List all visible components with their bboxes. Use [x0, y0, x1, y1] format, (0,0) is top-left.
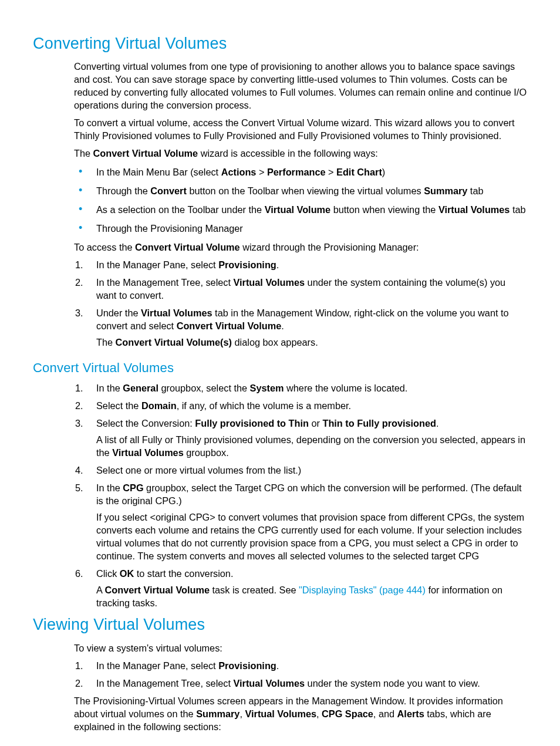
- text-bold: Performance: [267, 167, 326, 177]
- text: In the Manager Pane, select: [96, 660, 218, 671]
- text: Through the: [96, 185, 150, 196]
- text: Click: [96, 568, 120, 579]
- list-item: In the CPG groupbox, select the Target C…: [74, 481, 527, 562]
- text: The: [74, 148, 93, 158]
- list-item: In the General groupbox, select the Syst…: [74, 382, 527, 394]
- text: button on the Toolbar when viewing the v…: [187, 185, 424, 196]
- text: Select the: [96, 400, 141, 411]
- text-bold: Provisioning: [218, 660, 276, 671]
- text-bold: Virtual Volumes: [234, 678, 305, 688]
- text-bold: Convert Virtual Volume: [177, 320, 282, 331]
- text: In the Main Menu Bar (select: [96, 167, 221, 177]
- text-bold: Convert Virtual Volume: [104, 585, 210, 595]
- text: dialog box appears.: [232, 337, 318, 347]
- text: >: [256, 167, 267, 177]
- paragraph: The Convert Virtual Volume(s) dialog box…: [96, 336, 527, 349]
- list-item: Select the Domain, if any, of which the …: [74, 399, 527, 412]
- text-bold: Summary: [424, 185, 467, 196]
- list-item: As a selection on the Toolbar under the …: [74, 203, 527, 216]
- list-item: In the Main Menu Bar (select Actions > P…: [74, 166, 527, 178]
- text-bold: General: [123, 383, 158, 393]
- paragraph: A list of all Fully or Thinly provisione…: [96, 433, 527, 459]
- text: As a selection on the Toolbar under the: [96, 204, 265, 215]
- text-bold: System: [250, 383, 284, 393]
- paragraph: A Convert Virtual Volume task is created…: [96, 583, 527, 609]
- heading-converting-virtual-volumes: Converting Virtual Volumes: [33, 33, 527, 54]
- list-item: Select the Conversion: Fully provisioned…: [74, 417, 527, 459]
- text-bold: Provisioning: [218, 259, 276, 270]
- text-bold: Virtual Volumes: [245, 708, 316, 719]
- text-bold: Virtual Volumes: [438, 204, 510, 215]
- text: wizard through the Provisioning Manager:: [240, 242, 419, 252]
- text: task is created. See: [210, 585, 299, 595]
- text: groupbox.: [184, 447, 229, 458]
- list-item: Under the Virtual Volumes tab in the Man…: [74, 306, 527, 349]
- text: In the: [96, 383, 123, 393]
- text-bold: Thin to Fully provisioned: [322, 418, 436, 428]
- list-item: In the Management Tree, select Virtual V…: [74, 276, 527, 302]
- paragraph: To access the Convert Virtual Volume wiz…: [74, 241, 527, 254]
- list-item: In the Manager Pane, select Provisioning…: [74, 659, 527, 672]
- list-item: Through the Convert button on the Toolba…: [74, 184, 527, 197]
- text-bold: Fully provisioned to Thin: [195, 418, 309, 428]
- paragraph: To view a system's virtual volumes:: [74, 642, 527, 654]
- list-item: In the Manager Pane, select Provisioning…: [74, 258, 527, 271]
- link-displaying-tasks[interactable]: "Displaying Tasks" (page 444): [299, 585, 426, 595]
- text: .: [436, 418, 439, 428]
- list-item: Select one or more virtual volumes from …: [74, 464, 527, 477]
- paragraph: If you select <original CPG> to convert …: [96, 511, 527, 562]
- text: groupbox, select the: [158, 383, 250, 393]
- text-bold: Virtual Volume: [265, 204, 331, 215]
- text: The: [96, 337, 116, 347]
- bullet-list: In the Main Menu Bar (select Actions > P…: [74, 166, 527, 235]
- text: >: [326, 167, 337, 177]
- paragraph: The Convert Virtual Volume wizard is acc…: [74, 147, 527, 160]
- text: tab: [510, 204, 525, 215]
- text: wizard is accessible in the following wa…: [198, 148, 378, 158]
- text-bold: CPG Space: [322, 708, 373, 719]
- text: Under the: [96, 308, 141, 318]
- text: In the Management Tree, select: [96, 678, 234, 688]
- text: ): [382, 167, 385, 177]
- list-item: In the Management Tree, select Virtual V…: [74, 677, 527, 690]
- text-bold: Convert Virtual Volume(s): [116, 337, 232, 347]
- text: where the volume is located.: [284, 383, 408, 393]
- paragraph: The Provisioning-Virtual Volumes screen …: [74, 694, 527, 733]
- text-bold: OK: [120, 568, 134, 579]
- heading-convert-virtual-volumes: Convert Virtual Volumes: [33, 359, 527, 377]
- text-bold: Virtual Volumes: [234, 277, 305, 288]
- text: .: [276, 660, 279, 671]
- ordered-list: In the Manager Pane, select Provisioning…: [74, 258, 527, 349]
- text: , if any, of which the volume is a membe…: [177, 400, 351, 411]
- text-bold: Convert: [150, 185, 187, 196]
- text: .: [276, 259, 279, 270]
- text: groupbox, select the Target CPG on which…: [96, 482, 522, 506]
- text: In the: [96, 482, 123, 493]
- text-bold: Virtual Volumes: [112, 447, 184, 458]
- text: In the Management Tree, select: [96, 277, 234, 288]
- text-bold: Domain: [141, 400, 177, 411]
- text-bold: Convert Virtual Volume: [93, 148, 198, 158]
- text: To access the: [74, 242, 135, 252]
- text: ,: [316, 708, 322, 719]
- text-bold: CPG: [123, 482, 143, 493]
- text-bold: Edit Chart: [336, 167, 382, 177]
- text-bold: Summary: [196, 708, 239, 719]
- text: .: [281, 320, 284, 331]
- text-bold: Actions: [221, 167, 257, 177]
- paragraph: Converting virtual volumes from one type…: [74, 60, 527, 112]
- text: to start the conversion.: [134, 568, 233, 579]
- paragraph: To convert a virtual volume, access the …: [74, 116, 527, 142]
- text: tab: [467, 185, 483, 196]
- text: button when viewing the: [330, 204, 438, 215]
- text: A: [96, 585, 104, 595]
- heading-viewing-virtual-volumes: Viewing Virtual Volumes: [33, 614, 527, 635]
- text-bold: Convert Virtual Volume: [135, 242, 240, 252]
- text-bold: Virtual Volumes: [141, 308, 212, 318]
- text: In the Manager Pane, select: [96, 259, 218, 270]
- ordered-list: In the Manager Pane, select Provisioning…: [74, 659, 527, 690]
- text: under the system node you want to view.: [305, 678, 480, 688]
- list-item: Through the Provisioning Manager: [74, 222, 527, 235]
- text: , and: [373, 708, 397, 719]
- ordered-list: In the General groupbox, select the Syst…: [74, 382, 527, 609]
